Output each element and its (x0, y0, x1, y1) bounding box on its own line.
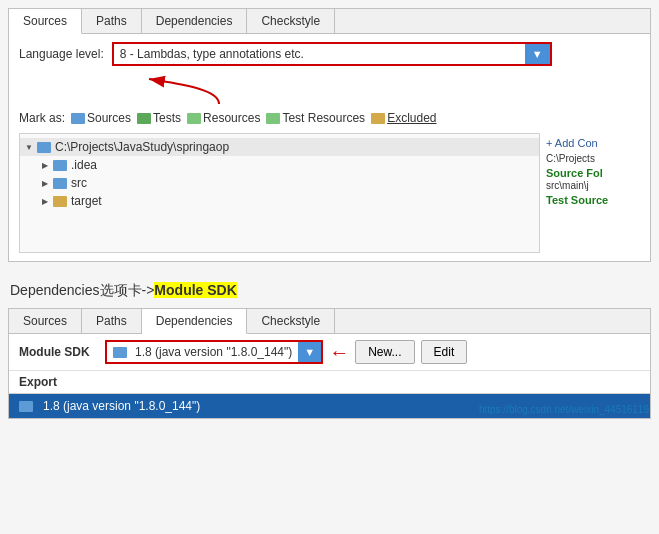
mark-sources[interactable]: Sources (71, 111, 131, 125)
resources-folder-icon (187, 113, 201, 124)
arrow-svg-1 (19, 74, 319, 109)
root-path: C:\Projects\JavaStudy\springaop (55, 140, 229, 154)
mark-resources-label: Resources (203, 111, 260, 125)
tab-dependencies-1[interactable]: Dependencies (142, 9, 248, 33)
watermark: https://blog.csdn.net/weixin_44516119 (479, 404, 649, 415)
mark-tests-label: Tests (153, 111, 181, 125)
right-path: C:\Projects (546, 153, 634, 164)
sdk-value-text: 1.8 (java version "1.8.0_144") (135, 345, 292, 359)
excluded-folder-icon (371, 113, 385, 124)
idea-chevron: ▶ (40, 160, 50, 170)
language-level-value: 8 - Lambdas, type annotations etc. (114, 44, 525, 64)
test-resources-folder-icon (266, 113, 280, 124)
tab-sources-2[interactable]: Sources (9, 309, 82, 333)
module-sdk-row: Module SDK 1.8 (java version "1.8.0_144"… (9, 334, 650, 371)
source-path: src\main\j (546, 180, 634, 191)
export-row: Export (9, 371, 650, 394)
middle-prefix: Dependencies选项卡-> (10, 282, 154, 298)
src-label: src (71, 176, 87, 190)
new-button[interactable]: New... (355, 340, 414, 364)
test-source-label: Test Source (546, 194, 634, 206)
file-tree-container: ▼ C:\Projects\JavaStudy\springaop ▶ .ide… (19, 133, 640, 253)
export-label: Export (19, 375, 57, 389)
tests-folder-icon (137, 113, 151, 124)
middle-text: Dependencies选项卡->Module SDK (0, 270, 659, 308)
sources-folder-icon (71, 113, 85, 124)
target-chevron: ▶ (40, 196, 50, 206)
mark-tests[interactable]: Tests (137, 111, 181, 125)
sdk-list-folder-icon (19, 401, 33, 412)
arrow-annotation-1 (19, 74, 640, 109)
mark-test-resources-label: Test Resources (282, 111, 365, 125)
bottom-panel: Sources Paths Dependencies Checkstyle Mo… (8, 308, 651, 419)
target-label: target (71, 194, 102, 208)
tab-paths-1[interactable]: Paths (82, 9, 142, 33)
module-sdk-highlight: Module SDK (154, 282, 236, 298)
top-panel-body: Language level: 8 - Lambdas, type annota… (9, 34, 650, 261)
add-content-link[interactable]: + Add Con (546, 137, 634, 149)
mark-as-label: Mark as: (19, 111, 65, 125)
top-panel: Sources Paths Dependencies Checkstyle La… (8, 8, 651, 262)
idea-folder-icon (53, 160, 67, 171)
module-sdk-dropdown[interactable]: 1.8 (java version "1.8.0_144") ▼ (105, 340, 323, 364)
src-folder-icon (53, 178, 67, 189)
sdk-folder-icon (113, 347, 127, 358)
module-sdk-label: Module SDK (19, 345, 99, 359)
mark-sources-label: Sources (87, 111, 131, 125)
target-folder-icon (53, 196, 67, 207)
root-chevron: ▼ (24, 142, 34, 152)
sdk-dropdown-value: 1.8 (java version "1.8.0_144") (107, 342, 298, 362)
tree-root[interactable]: ▼ C:\Projects\JavaStudy\springaop (20, 138, 539, 156)
tab-sources-1[interactable]: Sources (9, 9, 82, 34)
edit-button[interactable]: Edit (421, 340, 468, 364)
tree-item-idea[interactable]: ▶ .idea (20, 156, 539, 174)
right-panel: + Add Con C:\Projects Source Fol src\mai… (540, 133, 640, 253)
tab-checkstyle-1[interactable]: Checkstyle (247, 9, 335, 33)
root-folder-icon (37, 142, 51, 153)
arrow-left-icon: ← (329, 341, 349, 364)
sdk-list-value: 1.8 (java version "1.8.0_144") (43, 399, 200, 413)
tab-dependencies-2[interactable]: Dependencies (142, 309, 248, 334)
bottom-tabs: Sources Paths Dependencies Checkstyle (9, 309, 650, 334)
file-tree: ▼ C:\Projects\JavaStudy\springaop ▶ .ide… (19, 133, 540, 253)
sdk-dropdown-btn[interactable]: ▼ (298, 342, 321, 362)
bottom-wrapper: Sources Paths Dependencies Checkstyle Mo… (0, 308, 659, 419)
source-folder-label: Source Fol (546, 167, 634, 179)
tab-paths-2[interactable]: Paths (82, 309, 142, 333)
tree-item-src[interactable]: ▶ src (20, 174, 539, 192)
language-level-label: Language level: (19, 47, 104, 61)
tree-item-target[interactable]: ▶ target (20, 192, 539, 210)
mark-excluded[interactable]: Excluded (371, 111, 436, 125)
language-level-btn[interactable]: ▼ (525, 44, 550, 64)
mark-test-resources[interactable]: Test Resources (266, 111, 365, 125)
language-level-row: Language level: 8 - Lambdas, type annota… (19, 42, 640, 66)
mark-as-row: Mark as: Sources Tests Resources Test Re… (19, 111, 640, 125)
src-chevron: ▶ (40, 178, 50, 188)
top-tabs: Sources Paths Dependencies Checkstyle (9, 9, 650, 34)
language-level-dropdown[interactable]: 8 - Lambdas, type annotations etc. ▼ (112, 42, 552, 66)
mark-resources[interactable]: Resources (187, 111, 260, 125)
idea-label: .idea (71, 158, 97, 172)
tab-checkstyle-2[interactable]: Checkstyle (247, 309, 335, 333)
mark-excluded-label: Excluded (387, 111, 436, 125)
